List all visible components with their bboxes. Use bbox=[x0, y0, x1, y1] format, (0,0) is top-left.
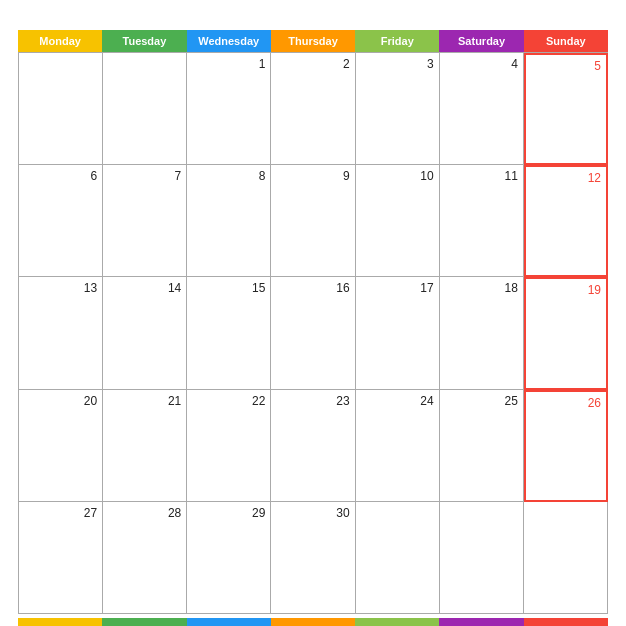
rainbow-segment-2 bbox=[102, 618, 186, 626]
calendar-cell[interactable]: 24 bbox=[356, 390, 440, 502]
day-header-tuesday: Tuesday bbox=[102, 30, 186, 52]
day-number: 28 bbox=[108, 506, 181, 520]
day-number: 14 bbox=[108, 281, 181, 295]
calendar-cell[interactable] bbox=[19, 53, 103, 165]
day-number: 9 bbox=[276, 169, 349, 183]
day-number: 24 bbox=[361, 394, 434, 408]
day-number: 13 bbox=[24, 281, 97, 295]
day-number: 10 bbox=[361, 169, 434, 183]
day-number: 4 bbox=[445, 57, 518, 71]
rainbow-segment-6 bbox=[439, 618, 523, 626]
rainbow-segment-7 bbox=[524, 618, 608, 626]
day-number: 19 bbox=[531, 283, 601, 297]
day-number: 8 bbox=[192, 169, 265, 183]
day-header-monday: Monday bbox=[18, 30, 102, 52]
calendar-cell[interactable] bbox=[524, 502, 608, 614]
calendar-cell[interactable]: 3 bbox=[356, 53, 440, 165]
calendar-cell[interactable]: 20 bbox=[19, 390, 103, 502]
day-number: 22 bbox=[192, 394, 265, 408]
calendar-cell[interactable]: 18 bbox=[440, 277, 524, 389]
day-number: 18 bbox=[445, 281, 518, 295]
calendar-cell[interactable]: 8 bbox=[187, 165, 271, 277]
calendar-cell[interactable]: 17 bbox=[356, 277, 440, 389]
day-header-thursday: Thursday bbox=[271, 30, 355, 52]
calendar-cell[interactable]: 5 bbox=[524, 53, 608, 165]
day-header-sunday: Sunday bbox=[524, 30, 608, 52]
day-number: 6 bbox=[24, 169, 97, 183]
calendar-cell[interactable]: 7 bbox=[103, 165, 187, 277]
rainbow-segment-5 bbox=[355, 618, 439, 626]
calendar-cell[interactable]: 12 bbox=[524, 165, 608, 277]
day-number: 23 bbox=[276, 394, 349, 408]
calendar-cell[interactable]: 4 bbox=[440, 53, 524, 165]
day-number: 30 bbox=[276, 506, 349, 520]
day-number: 16 bbox=[276, 281, 349, 295]
calendar-cell[interactable]: 2 bbox=[271, 53, 355, 165]
day-header-saturday: Saturday bbox=[439, 30, 523, 52]
day-headers: MondayTuesdayWednesdayThursdayFridaySatu… bbox=[18, 30, 608, 52]
day-header-friday: Friday bbox=[355, 30, 439, 52]
day-number: 17 bbox=[361, 281, 434, 295]
calendar-cell[interactable]: 28 bbox=[103, 502, 187, 614]
calendar-cell[interactable]: 23 bbox=[271, 390, 355, 502]
calendar-cell[interactable] bbox=[440, 502, 524, 614]
day-number: 25 bbox=[445, 394, 518, 408]
calendar-cell[interactable]: 10 bbox=[356, 165, 440, 277]
day-number: 20 bbox=[24, 394, 97, 408]
calendar-cell[interactable]: 19 bbox=[524, 277, 608, 389]
calendar-cell[interactable]: 21 bbox=[103, 390, 187, 502]
day-number: 11 bbox=[445, 169, 518, 183]
calendar-grid: 1234567891011121314151617181920212223242… bbox=[18, 52, 608, 614]
calendar-cell[interactable]: 11 bbox=[440, 165, 524, 277]
day-number: 2 bbox=[276, 57, 349, 71]
day-header-wednesday: Wednesday bbox=[187, 30, 271, 52]
calendar-cell[interactable]: 26 bbox=[524, 390, 608, 502]
calendar-cell[interactable]: 14 bbox=[103, 277, 187, 389]
rainbow-segment-4 bbox=[271, 618, 355, 626]
calendar-cell[interactable]: 16 bbox=[271, 277, 355, 389]
rainbow-bar bbox=[18, 618, 608, 626]
day-number: 27 bbox=[24, 506, 97, 520]
calendar-cell[interactable]: 29 bbox=[187, 502, 271, 614]
day-number: 15 bbox=[192, 281, 265, 295]
calendar-cell[interactable]: 1 bbox=[187, 53, 271, 165]
calendar-cell[interactable]: 9 bbox=[271, 165, 355, 277]
calendar-cell[interactable] bbox=[103, 53, 187, 165]
day-number: 3 bbox=[361, 57, 434, 71]
calendar: MondayTuesdayWednesdayThursdayFridaySatu… bbox=[0, 0, 626, 626]
calendar-cell[interactable]: 25 bbox=[440, 390, 524, 502]
calendar-cell[interactable]: 30 bbox=[271, 502, 355, 614]
calendar-cell[interactable]: 13 bbox=[19, 277, 103, 389]
calendar-cell[interactable]: 27 bbox=[19, 502, 103, 614]
calendar-cell[interactable]: 15 bbox=[187, 277, 271, 389]
calendar-cell[interactable] bbox=[356, 502, 440, 614]
day-number: 26 bbox=[531, 396, 601, 410]
day-number: 7 bbox=[108, 169, 181, 183]
day-number: 12 bbox=[531, 171, 601, 185]
day-number: 21 bbox=[108, 394, 181, 408]
rainbow-segment-1 bbox=[18, 618, 102, 626]
rainbow-segment-3 bbox=[187, 618, 271, 626]
day-number: 1 bbox=[192, 57, 265, 71]
day-number: 5 bbox=[531, 59, 601, 73]
calendar-cell[interactable]: 6 bbox=[19, 165, 103, 277]
day-number: 29 bbox=[192, 506, 265, 520]
calendar-cell[interactable]: 22 bbox=[187, 390, 271, 502]
